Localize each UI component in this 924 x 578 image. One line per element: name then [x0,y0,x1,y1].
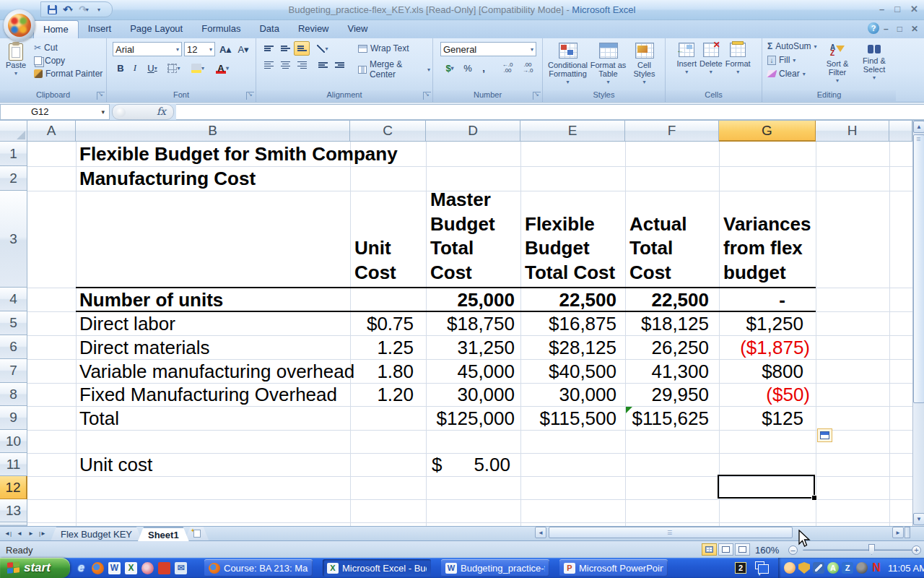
cell-C5[interactable]: $0.75 [350,311,414,335]
cell-E7[interactable]: $40,500 [520,359,616,383]
firefox-icon[interactable] [92,562,104,574]
bottom-align-button[interactable] [294,41,310,56]
cell-B8[interactable]: Fixed Manufacturing Overhead [79,383,337,406]
internet-explorer-icon[interactable]: e [75,562,87,574]
last-sheet-button[interactable]: |► [38,529,48,539]
first-sheet-button[interactable]: ◄| [3,529,13,539]
tray-z-icon[interactable]: Z [842,562,853,574]
sheet-tab-flex-budget-key[interactable]: Flex Budget KEY [51,527,142,541]
column-header-A[interactable]: A [27,121,76,142]
tray-messenger-icon[interactable] [784,562,796,574]
autofill-options-button[interactable] [817,428,832,442]
orientation-button[interactable]: ▾ [315,41,331,56]
cell-F8[interactable]: 29,950 [625,383,709,406]
format-painter-button[interactable]: Format Painter [32,68,105,79]
cell-G3[interactable]: Variancesfrom flexbudget [723,191,816,288]
cell-G7[interactable]: $800 [719,359,803,383]
cell-F7[interactable]: 41,300 [625,359,709,383]
cell-F6[interactable]: 26,250 [625,335,709,359]
scroll-right-button[interactable]: ► [892,527,904,538]
cell-D4[interactable]: 25,000 [426,288,515,311]
zoom-in-button[interactable]: + [912,545,921,555]
cell-B6[interactable]: Direct materials [79,335,210,359]
scroll-down-button[interactable]: ▼ [913,513,924,525]
column-header-H[interactable]: H [816,121,889,142]
comma-style-button[interactable]: , [476,61,491,75]
insert-worksheet-button[interactable]: ✦ [185,527,209,541]
format-as-table-button[interactable]: Format as Table▾ [590,40,627,87]
find-select-button[interactable]: Find & Select▾ [856,40,892,85]
cell-F3[interactable]: ActualTotalCost [629,191,719,288]
column-header-E[interactable]: E [520,121,625,142]
cell-G5[interactable]: $1,250 [719,311,803,335]
row-header-11[interactable]: 11 [0,453,27,476]
word-icon[interactable]: W [108,562,121,574]
outlook-express-icon[interactable]: ✉ [175,562,187,574]
cell-styles-button[interactable]: Cell Styles▾ [627,40,662,87]
taskbar-button-excel[interactable]: X Microsoft Excel - Bud... [323,559,431,577]
column-header-C[interactable]: C [350,121,426,142]
cell-D6[interactable]: 31,250 [426,335,515,359]
delete-cells-button[interactable]: ✕ Delete▾ [699,40,723,77]
row-header-10[interactable]: 10 [0,430,27,453]
wrap-text-button[interactable]: Wrap Text [356,43,432,54]
middle-align-button[interactable] [277,41,293,56]
merge-center-button[interactable]: Merge & Center ▾ [356,59,432,80]
cell-E3[interactable]: FlexibleBudgetTotal Cost [525,191,625,288]
ribbon-tab-home[interactable]: Home [33,20,79,38]
tab-split-handle[interactable] [905,527,910,538]
page-break-view-button[interactable] [735,543,750,556]
insert-cells-button[interactable]: ← Insert▾ [676,40,697,77]
clipboard-dialog-launcher[interactable] [97,92,105,100]
format-cells-button[interactable]: Format▾ [725,40,751,77]
notification-window-icon[interactable] [755,561,764,569]
clear-button[interactable]: Clear▾ [765,68,819,79]
underline-button[interactable]: U ▾ [143,61,162,75]
cell-B4[interactable]: Number of units [79,288,223,311]
cell-B7[interactable]: Variable manufacturing overhead [79,359,354,383]
paste-button[interactable]: Paste▾ [0,40,32,79]
cell-C7[interactable]: 1.80 [350,359,414,383]
horizontal-scrollbar[interactable] [534,527,906,539]
tray-netsupport-icon[interactable]: N [871,562,882,574]
taskbar-button-powerpoint[interactable]: P Microsoft PowerPoint ... [559,559,668,577]
font-dialog-launcher[interactable] [246,92,254,100]
cell-F5[interactable]: $18,125 [625,311,709,335]
cell-B11[interactable]: Unit cost [79,453,152,476]
key-icon[interactable] [141,562,154,574]
ribbon-tab-view[interactable]: View [339,20,378,38]
row-header-4[interactable]: 4 [0,288,27,311]
minimize-button[interactable]: – [879,4,884,14]
sheet-tab-sheet1[interactable]: Sheet1 [138,527,189,541]
row-header-3[interactable]: 3 [0,191,27,288]
cut-button[interactable]: ✂Cut [32,42,105,53]
cell-D5[interactable]: $18,750 [426,311,515,335]
row-header-5[interactable]: 5 [0,311,27,335]
cell-G4[interactable]: - [719,288,785,311]
select-all-corner[interactable] [0,121,27,142]
decrease-indent-button[interactable] [315,58,331,72]
excel-icon[interactable]: X [125,562,137,574]
workbook-minimize-button[interactable]: – [884,24,889,34]
normal-view-button[interactable] [702,543,717,556]
snagit-icon[interactable] [158,562,170,574]
zoom-level[interactable]: 160% [755,545,779,556]
ribbon-tab-review[interactable]: Review [289,20,339,38]
cell-B2[interactable]: Manufacturing Cost [79,166,256,191]
vertical-scrollbar[interactable]: ▲ ▼ [912,121,924,526]
taskbar-button-firefox[interactable]: Course: BA 213: Man... [204,559,313,577]
tray-camera-icon[interactable] [856,562,868,574]
grow-font-button[interactable]: A▴ [217,42,233,56]
ribbon-tab-page-layout[interactable]: Page Layout [121,20,192,38]
cell-G8[interactable]: ($50) [719,383,810,406]
tray-shield-icon[interactable] [798,562,810,574]
row-header-8[interactable]: 8 [0,383,27,406]
bold-button[interactable]: B [114,61,127,75]
cell-G9[interactable]: $125 [719,406,803,430]
workbook-close-button[interactable]: ✕ [911,24,918,34]
taskbar-button-word[interactable]: W Budgeting_practice-fl... [441,559,549,577]
copy-button[interactable]: Copy [32,55,105,66]
column-header-G[interactable]: G [719,121,816,142]
font-color-button[interactable]: A▾ [211,61,234,75]
decrease-decimal-button[interactable]: .00→.0 [518,61,537,75]
